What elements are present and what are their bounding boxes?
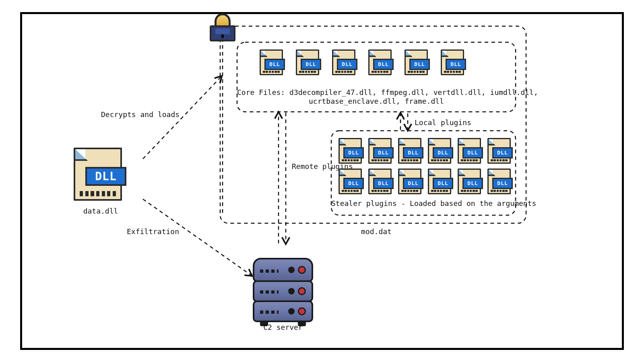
dll-badge: DLL bbox=[492, 178, 513, 189]
dll-badge: DLL bbox=[337, 59, 357, 70]
dll-file-icon: DLL bbox=[398, 169, 421, 194]
dll-badge: DLL bbox=[373, 178, 394, 189]
dll-badge: DLL bbox=[409, 59, 430, 70]
stealer-row-1: DLLDLLDLLDLLDLLDLL bbox=[339, 138, 511, 164]
stealer-row-2: DLLDLLDLLDLLDLLDLL bbox=[339, 169, 511, 194]
dll-badge: DLL bbox=[85, 167, 126, 186]
c2-server-label: C2 server bbox=[253, 323, 313, 331]
dll-file-icon: DLL bbox=[428, 169, 451, 194]
dll-badge: DLL bbox=[373, 147, 394, 158]
dll-file-icon: DLL bbox=[428, 138, 451, 164]
dll-file-icon: DLL bbox=[487, 138, 511, 164]
diagram-frame: DLL data.dll Decrypts and loads Exfiltra… bbox=[20, 12, 624, 350]
dll-file-icon: DLL bbox=[339, 138, 362, 164]
dll-file-icon: DLL bbox=[260, 49, 283, 75]
dll-badge: DLL bbox=[373, 59, 394, 70]
dll-file-icon: DLL bbox=[332, 49, 355, 75]
dll-file-icon: DLL bbox=[405, 49, 428, 75]
core-files-row: DLLDLLDLLDLLDLLDLL bbox=[260, 49, 464, 75]
core-files-caption-line2: ucrtbase_enclave.dll, frame.dll bbox=[237, 97, 516, 105]
dll-file-icon: DLL bbox=[458, 169, 481, 194]
dll-file-icon: DLL bbox=[74, 148, 122, 201]
stealer-caption: Stealer plugins - Loaded based on the ar… bbox=[331, 199, 516, 208]
dll-badge: DLL bbox=[264, 59, 285, 70]
dll-badge: DLL bbox=[343, 178, 364, 189]
dll-file-icon: DLL bbox=[296, 49, 319, 75]
c2-server-icon bbox=[253, 259, 313, 325]
data-dll-node: DLL bbox=[74, 148, 122, 201]
dll-file-icon: DLL bbox=[398, 138, 421, 164]
dll-file-icon: DLL bbox=[368, 138, 392, 164]
dll-badge: DLL bbox=[433, 147, 453, 158]
dll-file-icon: DLL bbox=[458, 138, 481, 164]
dll-badge: DLL bbox=[492, 147, 513, 158]
mod-dat-label: mod.dat bbox=[340, 227, 413, 236]
dll-badge: DLL bbox=[403, 147, 423, 158]
dll-badge: DLL bbox=[433, 178, 453, 189]
dll-file-icon: DLL bbox=[368, 49, 392, 75]
dll-badge: DLL bbox=[446, 59, 466, 70]
core-files-caption-line1: Core Files: d3decompiler_47.dll, ffmpeg.… bbox=[237, 88, 516, 97]
edge-local-plugins-label: Local plugins bbox=[415, 118, 471, 127]
dll-file-icon: DLL bbox=[487, 169, 511, 194]
data-dll-label: data.dll bbox=[74, 207, 127, 215]
dll-badge: DLL bbox=[343, 147, 364, 158]
dll-file-icon: DLL bbox=[441, 49, 464, 75]
padlock-icon bbox=[210, 13, 235, 42]
dll-badge: DLL bbox=[462, 178, 483, 189]
dll-badge: DLL bbox=[462, 147, 483, 158]
dll-file-icon: DLL bbox=[339, 169, 362, 194]
dll-badge: DLL bbox=[403, 178, 423, 189]
dll-file-icon: DLL bbox=[368, 169, 392, 194]
edge-decrypt-label: Decrypts and loads bbox=[101, 110, 180, 119]
dll-badge: DLL bbox=[301, 59, 321, 70]
edge-exfiltration-label: Exfiltration bbox=[127, 227, 179, 236]
svg-line-1 bbox=[143, 199, 252, 276]
